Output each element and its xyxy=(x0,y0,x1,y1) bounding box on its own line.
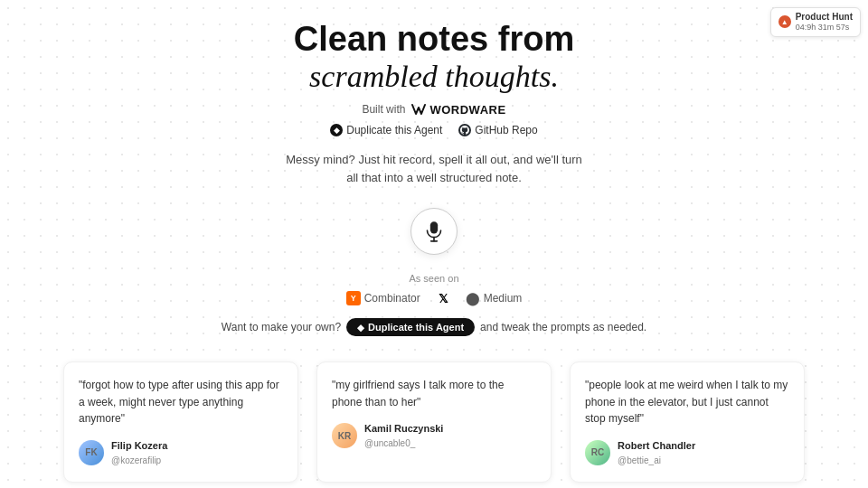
product-hunt-text: Product Hunt 04:9h 31m 57s xyxy=(796,12,853,33)
duplicate-cta-icon: ◆ xyxy=(357,323,364,333)
medium-icon: ⬤ xyxy=(466,291,480,305)
as-seen-label: As seen on xyxy=(409,273,458,284)
wordware-icon xyxy=(410,103,427,116)
testimonial-1-name: Filip Kozera xyxy=(111,438,167,454)
github-repo-link[interactable]: GitHub Repo xyxy=(458,124,537,136)
testimonial-3-quote: "people look at me weird when I talk to … xyxy=(585,377,789,427)
links-row: ◆ Duplicate this Agent GitHub Repo xyxy=(330,124,537,136)
testimonial-2-name: Kamil Ruczynski xyxy=(364,421,443,436)
testimonial-3-avatar: RC xyxy=(585,440,610,465)
built-with-section: Built with WORDWARE xyxy=(362,103,505,117)
testimonial-3: "people look at me weird when I talk to … xyxy=(570,361,805,482)
ycombinator-icon: Y xyxy=(346,291,361,305)
testimonial-2-author: KR Kamil Ruczynski @uncable0_ xyxy=(332,421,536,450)
make-own-text-after: and tweak the prompts as needed. xyxy=(480,321,646,333)
built-with-label: Built with xyxy=(362,103,405,116)
duplicate-cta-button[interactable]: ◆ Duplicate this Agent xyxy=(346,318,475,336)
testimonial-1-handle: @kozerafilip xyxy=(111,454,167,467)
testimonial-2-handle: @uncable0_ xyxy=(364,436,443,450)
testimonial-3-handle: @bettie_ai xyxy=(618,454,695,467)
make-own-text-before: Want to make your own? xyxy=(222,321,341,333)
duplicate-icon: ◆ xyxy=(330,124,343,136)
testimonial-1-avatar: FK xyxy=(79,440,104,465)
testimonial-1-author: FK Filip Kozera @kozerafilip xyxy=(79,438,283,467)
medium-logo: ⬤ Medium xyxy=(466,291,523,305)
ycombinator-logo: Y Combinator xyxy=(346,291,420,305)
product-hunt-badge[interactable]: ▲ Product Hunt 04:9h 31m 57s xyxy=(770,7,861,37)
testimonial-3-author: RC Robert Chandler @bettie_ai xyxy=(585,438,789,467)
duplicate-agent-link[interactable]: ◆ Duplicate this Agent xyxy=(330,124,442,136)
mic-button[interactable] xyxy=(410,208,458,255)
duplicate-cta-label: Duplicate this Agent xyxy=(368,322,464,333)
duplicate-agent-label: Duplicate this Agent xyxy=(346,124,442,136)
testimonial-2-avatar: KR xyxy=(332,423,357,448)
sub-heading: scrambled thoughts. xyxy=(309,60,559,94)
x-icon: 𝕏 xyxy=(439,292,448,305)
page-content: Clean notes from scrambled thoughts. Bui… xyxy=(0,0,868,483)
github-repo-label: GitHub Repo xyxy=(475,124,537,136)
x-logo: 𝕏 xyxy=(439,292,448,305)
svg-rect-0 xyxy=(430,221,438,233)
mic-container xyxy=(410,208,458,255)
testimonial-1-info: Filip Kozera @kozerafilip xyxy=(111,438,167,467)
mic-icon xyxy=(425,221,443,242)
description: Messy mind? Just hit record, spell it al… xyxy=(286,151,582,189)
testimonial-1-quote: "forgot how to type after using this app… xyxy=(79,377,283,427)
github-icon xyxy=(458,124,471,136)
testimonial-3-info: Robert Chandler @bettie_ai xyxy=(618,438,695,467)
testimonial-2: "my girlfriend says I talk more to the p… xyxy=(316,361,552,482)
as-seen-logos: Y Combinator 𝕏 ⬤ Medium xyxy=(346,291,523,305)
testimonial-2-info: Kamil Ruczynski @uncable0_ xyxy=(364,421,443,450)
as-seen-on: As seen on Y Combinator 𝕏 ⬤ Medium xyxy=(346,273,523,305)
testimonial-3-name: Robert Chandler xyxy=(618,438,695,454)
main-heading: Clean notes from xyxy=(294,20,574,60)
make-own-row: Want to make your own? ◆ Duplicate this … xyxy=(222,318,646,336)
wordware-name: WORDWARE xyxy=(429,103,505,117)
testimonial-1: "forgot how to type after using this app… xyxy=(63,361,298,482)
wordware-logo: WORDWARE xyxy=(410,103,505,117)
testimonials-section: "forgot how to type after using this app… xyxy=(36,361,832,482)
testimonial-2-quote: "my girlfriend says I talk more to the p… xyxy=(332,377,536,410)
product-hunt-icon: ▲ xyxy=(778,15,791,28)
